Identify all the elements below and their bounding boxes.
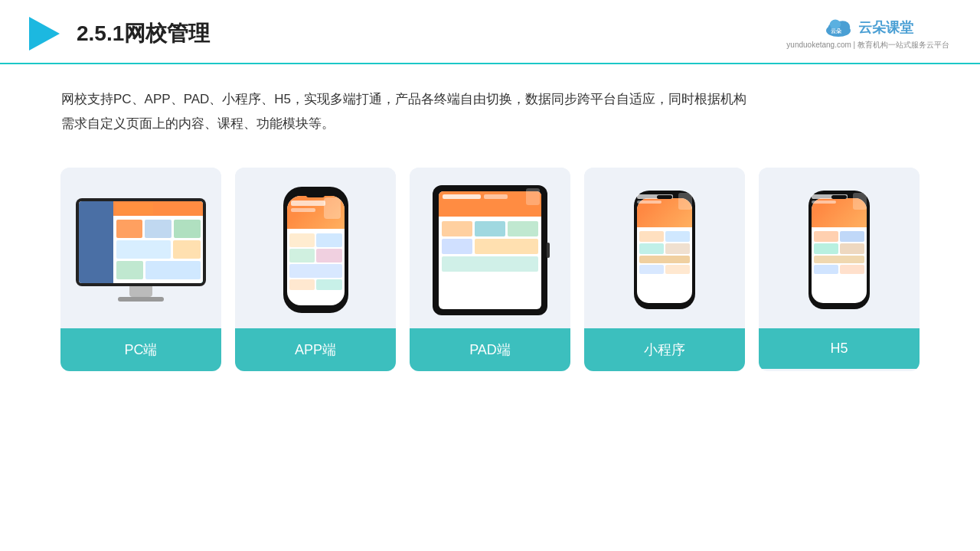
card-pc: PC端 bbox=[60, 168, 221, 371]
miniprogram-phone bbox=[634, 191, 695, 309]
description-section: 网校支持PC、APP、PAD、小程序、H5，实现多端打通，产品各终端自由切换，数… bbox=[0, 64, 980, 145]
pad-image-area bbox=[410, 168, 570, 328]
pc-image-area bbox=[60, 168, 221, 328]
description-line1: 网校支持PC、APP、PAD、小程序、H5，实现多端打通，产品各终端自由切换，数… bbox=[61, 87, 919, 112]
card-app: APP端 bbox=[235, 168, 396, 371]
h5-image-area bbox=[759, 168, 920, 328]
description-line2: 需求自定义页面上的内容、课程、功能模块等。 bbox=[61, 112, 919, 136]
miniprogram-label: 小程序 bbox=[584, 328, 745, 371]
app-label: APP端 bbox=[235, 328, 396, 371]
play-icon bbox=[23, 14, 63, 54]
logo-tagline: yunduoketang.com | 教育机构一站式服务云平台 bbox=[786, 40, 949, 51]
header: 2.5.1网校管理 云朵 云朵课堂 yunduoketang.com | 教育机… bbox=[0, 0, 980, 64]
app-image-area bbox=[235, 168, 396, 328]
card-h5: H5 bbox=[759, 168, 920, 371]
svg-text:云朵: 云朵 bbox=[830, 28, 841, 34]
phone-frame bbox=[283, 187, 348, 313]
card-miniprogram: 小程序 bbox=[584, 168, 745, 371]
cards-container: PC端 bbox=[0, 145, 980, 394]
logo-area: 云朵 云朵课堂 yunduoketang.com | 教育机构一站式服务云平台 bbox=[786, 17, 949, 51]
pc-label: PC端 bbox=[60, 328, 221, 371]
svg-marker-0 bbox=[29, 17, 60, 51]
tablet-frame bbox=[433, 185, 547, 315]
page-title: 2.5.1网校管理 bbox=[77, 19, 210, 48]
miniprogram-image-area bbox=[584, 168, 745, 328]
header-left: 2.5.1网校管理 bbox=[23, 14, 210, 54]
cloud-icon: 云朵 bbox=[823, 17, 854, 38]
logo-cloud: 云朵 云朵课堂 bbox=[823, 17, 913, 38]
logo-brand-text: 云朵课堂 bbox=[858, 18, 913, 37]
pad-label: PAD端 bbox=[410, 328, 570, 371]
card-pad: PAD端 bbox=[410, 168, 570, 371]
h5-phone bbox=[808, 191, 870, 309]
monitor-frame bbox=[76, 198, 206, 286]
h5-label: H5 bbox=[759, 328, 920, 369]
